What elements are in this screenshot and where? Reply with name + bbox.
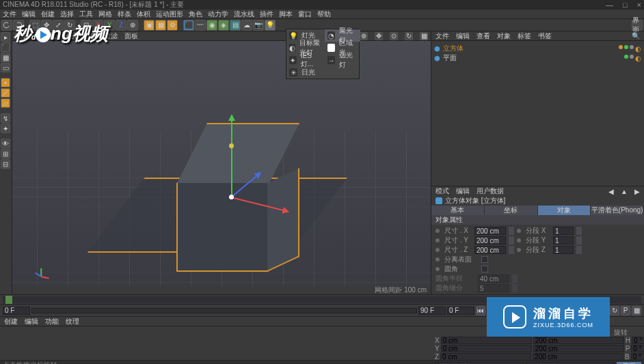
om-tab-file[interactable]: 文件 [435,31,449,41]
rot-h[interactable] [632,337,644,344]
camera[interactable]: 📷 [253,20,264,31]
om-search-icon[interactable]: 🔍 [632,32,640,40]
light-option-ies[interactable]: ✦ IES灯... [286,54,325,66]
gizmo-y-handle[interactable] [229,143,234,148]
render-view[interactable]: ▣ [144,20,155,31]
spinner[interactable] [509,246,514,254]
menu-volume[interactable]: 体积 [137,10,150,19]
deformer[interactable]: ▤ [230,20,241,31]
size-y[interactable] [533,345,624,352]
om-tab-bookmarks[interactable]: 书签 [538,31,552,41]
anim-dot[interactable] [517,248,521,252]
vp-nav5[interactable]: ▦ [420,32,428,40]
phong-tag-icon[interactable]: ◐ [635,45,641,53]
light-option-infinite[interactable]: → 远光灯 [325,54,360,66]
size-z[interactable] [533,353,623,361]
scale-tool[interactable]: ⤢ [53,20,64,31]
menu-tools[interactable]: 工具 [79,10,93,19]
lock-z[interactable]: Z [116,20,126,31]
layout-menu[interactable]: 界面 [632,20,643,31]
poly-mode[interactable]: ▱ [1,98,10,108]
maximize-button[interactable]: □ [623,1,628,9]
minimize-button[interactable]: — [606,1,613,9]
checkbox-separate[interactable] [481,256,488,263]
material-manager[interactable] [0,326,432,360]
render-pv[interactable]: ▦ [155,20,166,31]
subtab-basic[interactable]: 基本 [431,206,485,215]
menu-help[interactable]: 帮助 [317,10,331,19]
input-seg-y[interactable] [553,236,574,244]
spinner[interactable] [576,246,582,254]
vp-nav1[interactable]: ⊕ [360,32,368,40]
frame-end[interactable] [418,307,446,315]
vp-menu-filter[interactable]: 过滤 [104,31,118,41]
menu-edit[interactable]: 编辑 [22,10,36,19]
anim-dot[interactable] [435,238,440,242]
vp-nav2[interactable]: ✥ [375,32,383,40]
axis-mode[interactable]: ↯ [1,113,10,123]
tweak-mode[interactable]: ✦ [1,124,10,133]
mat-tab-create[interactable]: 创建 [4,317,18,326]
vis-dot2[interactable] [630,55,634,59]
mat-tab-func[interactable]: 功能 [45,317,59,326]
menu-mograph[interactable]: 运动图形 [156,10,183,19]
workplane[interactable]: ▭ [1,63,10,72]
phong-tag-icon[interactable]: ◐ [635,55,641,62]
gizmo-y-axis[interactable] [231,116,232,198]
attr-nav-fwd[interactable]: ▶ [634,188,640,195]
mat-tab-edit[interactable]: 编辑 [25,317,38,326]
anim-dot[interactable] [435,229,440,233]
menu-script[interactable]: 脚本 [279,10,293,19]
input-seg-x[interactable] [553,227,574,235]
menu-plugins[interactable]: 插件 [260,10,273,19]
render-settings[interactable]: ⚙ [167,20,178,31]
viewport-3d[interactable] [12,41,431,286]
layer-dot[interactable] [619,45,623,49]
tree-node-cube[interactable]: ⬢ 立方体 ◐ [434,44,641,53]
key-rot[interactable]: ↻ [610,306,619,316]
edge-mode[interactable]: ／ [1,88,10,98]
menu-mesh[interactable]: 网格 [98,10,112,19]
attr-tab-userdata[interactable]: 用户数据 [477,186,504,196]
input-size-z[interactable] [474,246,506,254]
attr-tab-edit[interactable]: 编辑 [456,186,470,196]
om-tab-view[interactable]: 查看 [477,31,490,41]
key-param[interactable]: P [621,306,630,316]
attr-nav-up[interactable]: ▲ [621,188,628,195]
vp-menu-view[interactable]: 查看 [15,31,29,41]
input-size-y[interactable] [474,236,506,244]
rotate-tool[interactable]: ↻ [64,20,75,31]
close-button[interactable]: × [637,1,641,9]
frame-start[interactable] [3,307,30,315]
input-seg-z[interactable] [553,246,574,254]
viewport-solo[interactable]: 👁 [1,139,10,148]
vp-menu-camera[interactable]: 摄像机 [36,31,56,41]
make-editable[interactable]: ▸ [1,32,10,42]
om-tab-edit[interactable]: 编辑 [456,31,470,41]
menu-create[interactable]: 创建 [41,10,55,19]
vp-menu-display[interactable]: 显示 [63,31,77,41]
vp-menu-options[interactable]: 选项 [83,31,97,41]
spinner[interactable] [576,236,582,244]
last-tool[interactable]: ⊡ [81,20,92,31]
pos-y[interactable] [441,345,532,352]
spline-primitive[interactable]: 〰 [195,20,206,31]
vp-nav4[interactable]: ↻ [405,32,413,40]
anim-dot[interactable] [517,238,521,242]
rot-b[interactable] [631,353,644,361]
cube-primitive[interactable]: ⬛ [183,20,194,31]
menu-pipeline[interactable]: 流水线 [234,10,254,19]
spinner[interactable] [576,227,582,235]
vis-dot2[interactable] [630,45,634,49]
anim-dot[interactable] [517,229,521,233]
generator[interactable]: ◉ [206,20,217,31]
attr-tab-mode[interactable]: 模式 [435,186,449,196]
snap2[interactable]: ⊟ [1,159,10,169]
undo-button[interactable] [1,20,12,31]
spinner[interactable] [509,236,514,244]
redo-button[interactable] [13,20,24,31]
gizmo-center[interactable] [229,195,234,199]
light-tool[interactable]: 💡 [265,20,276,31]
om-tab-object[interactable]: 对象 [497,31,511,41]
frame-current[interactable] [447,307,474,315]
